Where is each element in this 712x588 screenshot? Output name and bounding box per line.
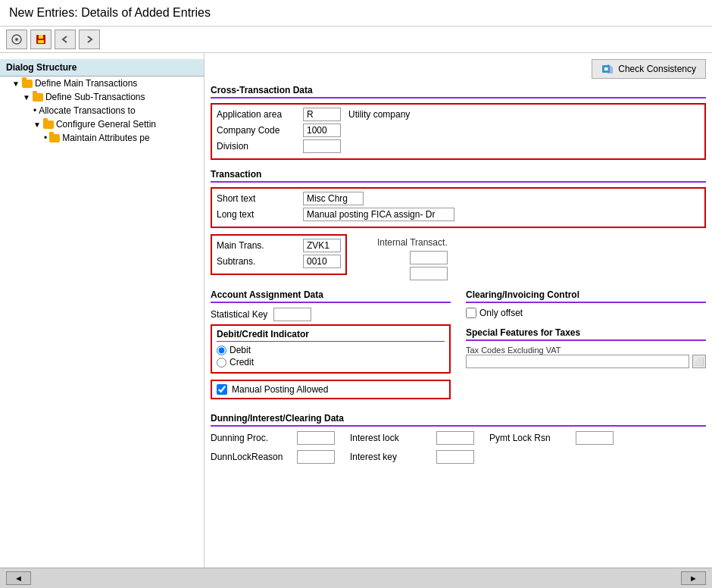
clearing-invoicing-header: Clearing/Invoicing Control	[466, 289, 706, 303]
interest-lock-row: Interest lock	[350, 431, 474, 445]
dunn-lock-reason-input[interactable]	[297, 450, 335, 464]
interest-key-label: Interest key	[350, 452, 433, 462]
interest-lock-input[interactable]	[436, 431, 474, 445]
sidebar-item-define-main[interactable]: ▼ Define Main Transactions	[0, 77, 204, 90]
statistical-key-row: Statistical Key	[211, 308, 451, 321]
debit-label: Debit	[230, 345, 251, 355]
cross-transaction-box: Application area Utility company Company…	[211, 103, 706, 160]
application-area-row: Application area Utility company	[217, 108, 700, 121]
application-area-label: Application area	[217, 109, 300, 120]
svg-rect-4	[38, 40, 44, 43]
toolbar	[0, 27, 712, 53]
check-consistency-button[interactable]: Check Consistency	[592, 59, 706, 79]
internal-transact-input-1[interactable]	[410, 251, 448, 264]
tax-codes-picker-btn[interactable]: ⬜	[692, 355, 706, 368]
only-offset-checkbox[interactable]	[466, 308, 476, 318]
interest-key-input[interactable]	[436, 450, 474, 464]
transaction-header: Transaction	[211, 169, 706, 183]
account-assignment-header: Account Assignment Data	[211, 289, 451, 303]
svg-point-1	[15, 38, 18, 41]
special-taxes-area: Special Features for Taxes Tax Codes Exc…	[466, 327, 706, 368]
transaction-section: Transaction Short text Long text Main Tr	[211, 169, 706, 280]
application-area-input[interactable]	[303, 108, 341, 121]
main-trans-label: Main Trans.	[217, 240, 300, 251]
next-icon: ►	[689, 574, 698, 583]
sidebar-title: Dialog Structure	[0, 59, 204, 77]
account-assignment-col: Account Assignment Data Statistical Key …	[211, 289, 451, 404]
manual-posting-label: Manual Posting Allowed	[232, 384, 328, 395]
debit-credit-box: Debit/Credit Indicator Debit Credit	[211, 324, 451, 374]
company-code-label: Company Code	[217, 125, 300, 136]
debit-credit-indicator-label: Debit/Credit Indicator	[217, 329, 445, 342]
credit-radio-row: Credit	[217, 357, 445, 368]
next-button[interactable]: ►	[681, 571, 706, 585]
prev-icon: ◄	[14, 574, 23, 583]
short-text-row: Short text	[217, 192, 700, 205]
utility-company-label: Utility company	[348, 109, 410, 120]
internal-transact-label: Internal Transact.	[377, 237, 448, 248]
dunn-lock-reason-label: DunnLockReason	[211, 452, 294, 462]
company-code-row: Company Code	[217, 124, 700, 137]
company-code-input[interactable]	[303, 124, 341, 137]
internal-transact-area: Internal Transact.	[377, 237, 448, 280]
special-taxes-header: Special Features for Taxes	[466, 327, 706, 341]
dunning-proc-input[interactable]	[297, 431, 335, 445]
sidebar-item-define-sub[interactable]: ▼ Define Sub-Transactions	[0, 90, 204, 104]
dunn-lock-reason-row: DunnLockReason	[211, 450, 335, 464]
short-text-label: Short text	[217, 193, 300, 204]
statistical-key-input[interactable]	[273, 308, 311, 321]
cross-transaction-section: Cross-Transaction Data Application area …	[211, 85, 706, 160]
sidebar-item-allocate[interactable]: • Allocate Transactions to	[0, 104, 204, 117]
page-title: New Entries: Details of Added Entries	[0, 0, 712, 27]
division-label: Division	[217, 141, 300, 152]
long-text-label: Long text	[217, 209, 300, 220]
clearing-invoicing-col: Clearing/Invoicing Control Only offset S…	[466, 289, 706, 404]
tax-codes-row: Tax Codes Excluding VAT ⬜	[466, 355, 706, 368]
bottom-bar: ◄ ►	[0, 568, 712, 588]
sidebar-item-configure[interactable]: ▼ Configure General Settin	[0, 117, 204, 131]
trans-codes-box: Main Trans. Subtrans.	[211, 234, 347, 275]
toolbar-btn-save[interactable]	[30, 30, 52, 49]
statistical-key-label: Statistical Key	[211, 309, 267, 320]
main-trans-input[interactable]	[303, 239, 341, 252]
dunning-proc-row: Dunning Proc.	[211, 431, 335, 445]
dunning-proc-label: Dunning Proc.	[211, 433, 294, 443]
interest-key-row: Interest key	[350, 450, 474, 464]
dunning-fields: Dunning Proc. Interest lock Pymt Lock Rs…	[211, 431, 706, 447]
main-trans-row: Main Trans.	[217, 239, 341, 252]
only-offset-label: Only offset	[479, 308, 523, 318]
sidebar-item-maintain[interactable]: • Maintain Attributes pe	[0, 131, 204, 145]
long-text-row: Long text	[217, 208, 700, 221]
manual-posting-box: Manual Posting Allowed	[211, 380, 451, 399]
internal-transact-input-2[interactable]	[410, 267, 448, 280]
cross-transaction-header: Cross-Transaction Data	[211, 85, 706, 99]
tax-codes-input[interactable]	[466, 355, 689, 368]
subtrans-input[interactable]	[303, 255, 341, 268]
credit-label: Credit	[230, 357, 254, 368]
pymt-lock-rsn-row: Pymt Lock Rsn	[489, 431, 614, 445]
only-offset-row: Only offset	[466, 308, 706, 318]
toolbar-btn-back[interactable]	[55, 30, 76, 49]
manual-posting-checkbox[interactable]	[217, 384, 227, 395]
short-text-input[interactable]	[303, 192, 364, 205]
interest-lock-label: Interest lock	[350, 433, 433, 443]
division-row: Division	[217, 139, 700, 153]
svg-rect-3	[39, 35, 43, 39]
subtrans-row: Subtrans.	[217, 255, 341, 268]
toolbar-btn-1[interactable]	[6, 30, 27, 49]
pymt-lock-rsn-input[interactable]	[576, 431, 614, 445]
dunning-header: Dunning/Interest/Clearing Data	[211, 413, 706, 427]
subtrans-label: Subtrans.	[217, 256, 300, 267]
transaction-box: Short text Long text	[211, 187, 706, 228]
right-panel: Check Consistency Cross-Transaction Data…	[205, 53, 712, 568]
long-text-input[interactable]	[303, 208, 454, 221]
dunning-section: Dunning/Interest/Clearing Data Dunning P…	[211, 413, 706, 466]
division-input[interactable]	[303, 139, 341, 153]
dunning-fields-2: DunnLockReason Interest key	[211, 450, 706, 466]
sidebar: Dialog Structure ▼ Define Main Transacti…	[0, 53, 205, 568]
toolbar-btn-forward[interactable]	[79, 30, 100, 49]
prev-button[interactable]: ◄	[6, 571, 31, 585]
credit-radio[interactable]	[217, 358, 226, 368]
debit-radio[interactable]	[217, 346, 226, 355]
debit-radio-row: Debit	[217, 345, 445, 355]
